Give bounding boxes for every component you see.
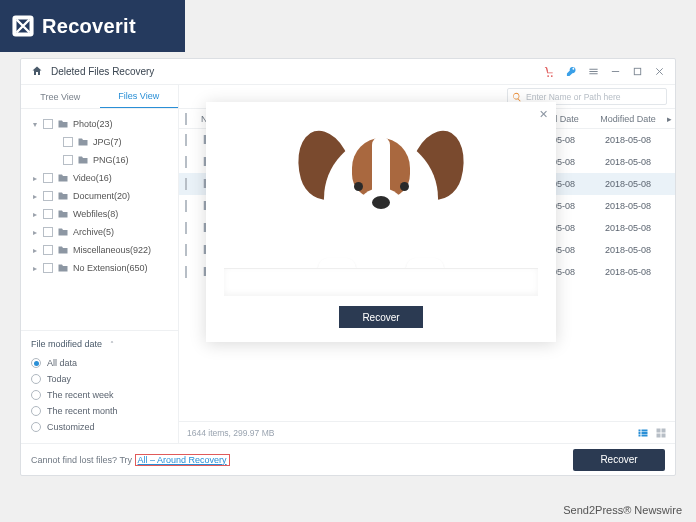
tree-checkbox[interactable] — [63, 137, 73, 147]
expand-icon[interactable]: ▾ — [31, 120, 39, 129]
file-modified: 2018-05-08 — [589, 267, 667, 277]
tree-checkbox[interactable] — [43, 191, 53, 201]
page-title: Deleted Files Recovery — [51, 66, 154, 77]
tree-item[interactable]: JPG(7) — [27, 133, 174, 151]
expand-icon[interactable]: ▸ — [31, 246, 39, 255]
sidebar: Tree View Files View ▾Photo(23)JPG(7)PNG… — [21, 85, 179, 443]
radio-icon[interactable] — [31, 374, 41, 384]
tree-checkbox[interactable] — [43, 119, 53, 129]
cart-icon[interactable] — [543, 66, 555, 78]
tree-item[interactable]: PNG(16) — [27, 151, 174, 169]
svg-rect-2 — [634, 68, 640, 74]
tree-item[interactable]: ▸No Extension(650) — [27, 259, 174, 277]
file-modified: 2018-05-08 — [589, 179, 667, 189]
select-all-checkbox[interactable] — [185, 113, 187, 125]
folder-icon — [77, 136, 89, 148]
view-grid-icon[interactable] — [655, 427, 667, 439]
folder-icon — [77, 154, 89, 166]
preview-recover-button[interactable]: Recover — [339, 306, 423, 328]
recover-button[interactable]: Recover — [573, 449, 665, 471]
all-around-recovery-link[interactable]: All – Around Recovery — [135, 454, 230, 466]
radio-icon[interactable] — [31, 390, 41, 400]
maximize-icon[interactable] — [631, 66, 643, 78]
radio-icon[interactable] — [31, 358, 41, 368]
close-icon[interactable] — [653, 66, 665, 78]
file-modified: 2018-05-08 — [589, 223, 667, 233]
expand-icon[interactable]: ▸ — [31, 192, 39, 201]
preview-close-icon[interactable]: ✕ — [539, 108, 548, 121]
tree-label: Webfiles(8) — [73, 209, 118, 219]
folder-icon — [57, 208, 69, 220]
footer: Cannot find lost files? Try All – Around… — [21, 443, 675, 475]
brand-name: Recoverit — [42, 15, 136, 38]
filter-label: Customized — [47, 422, 95, 432]
radio-icon[interactable] — [31, 406, 41, 416]
row-checkbox[interactable] — [185, 178, 187, 190]
col-modified[interactable]: Modified Date — [589, 114, 667, 124]
file-modified: 2018-05-08 — [589, 157, 667, 167]
filter-option[interactable]: The recent month — [31, 403, 168, 419]
row-checkbox[interactable] — [185, 266, 187, 278]
search-icon — [512, 92, 522, 102]
file-modified: 2018-05-08 — [589, 135, 667, 145]
chevron-up-icon[interactable]: ˄ — [108, 340, 116, 349]
tree-label: Video(16) — [73, 173, 112, 183]
home-icon[interactable] — [31, 65, 43, 79]
tree-checkbox[interactable] — [63, 155, 73, 165]
tree-checkbox[interactable] — [43, 173, 53, 183]
expand-icon[interactable]: ▸ — [31, 174, 39, 183]
tree-item[interactable]: ▸Archive(5) — [27, 223, 174, 241]
sort-icon[interactable]: ▸ — [667, 114, 675, 124]
tree-label: Document(20) — [73, 191, 130, 201]
folder-icon — [57, 118, 69, 130]
filter-label: Today — [47, 374, 71, 384]
search-input[interactable] — [526, 92, 662, 102]
tree-checkbox[interactable] — [43, 209, 53, 219]
menu-icon[interactable] — [587, 66, 599, 78]
folder-icon — [57, 262, 69, 274]
tab-tree-view[interactable]: Tree View — [21, 85, 100, 108]
tree-item[interactable]: ▸Document(20) — [27, 187, 174, 205]
brand-banner: Recoverit — [0, 0, 185, 52]
filter-option[interactable]: All data — [31, 355, 168, 371]
tree-label: Miscellaneous(922) — [73, 245, 151, 255]
row-checkbox[interactable] — [185, 134, 187, 146]
expand-icon[interactable]: ▸ — [31, 228, 39, 237]
folder-icon — [57, 190, 69, 202]
key-icon[interactable] — [565, 66, 577, 78]
filter-label: The recent week — [47, 390, 114, 400]
filter-title: File modified date — [31, 339, 102, 349]
filter-label: All data — [47, 358, 77, 368]
radio-icon[interactable] — [31, 422, 41, 432]
recoverit-logo-icon — [10, 13, 36, 39]
tree-item[interactable]: ▸Video(16) — [27, 169, 174, 187]
dog-illustration — [306, 126, 456, 286]
filter-option[interactable]: Customized — [31, 419, 168, 435]
tree-item[interactable]: ▸Webfiles(8) — [27, 205, 174, 223]
expand-icon[interactable]: ▸ — [31, 210, 39, 219]
filter-option[interactable]: The recent week — [31, 387, 168, 403]
view-list-icon[interactable] — [637, 427, 649, 439]
folder-icon — [57, 172, 69, 184]
tree-item[interactable]: ▸Miscellaneous(922) — [27, 241, 174, 259]
tree-item[interactable]: ▾Photo(23) — [27, 115, 174, 133]
tree-checkbox[interactable] — [43, 245, 53, 255]
tree-label: PNG(16) — [93, 155, 129, 165]
preview-dialog: ✕ Recover — [206, 102, 556, 342]
filter-option[interactable]: Today — [31, 371, 168, 387]
tab-files-view[interactable]: Files View — [100, 85, 179, 108]
row-checkbox[interactable] — [185, 200, 187, 212]
tree-label: Archive(5) — [73, 227, 114, 237]
expand-icon[interactable]: ▸ — [31, 264, 39, 273]
preview-image — [206, 102, 556, 296]
row-checkbox[interactable] — [185, 222, 187, 234]
tree-label: Photo(23) — [73, 119, 113, 129]
tree-checkbox[interactable] — [43, 263, 53, 273]
tree-checkbox[interactable] — [43, 227, 53, 237]
footer-hint: Cannot find lost files? Try All – Around… — [31, 455, 230, 465]
file-type-tree: ▾Photo(23)JPG(7)PNG(16)▸Video(16)▸Docume… — [21, 109, 178, 330]
row-checkbox[interactable] — [185, 156, 187, 168]
row-checkbox[interactable] — [185, 244, 187, 256]
minimize-icon[interactable] — [609, 66, 621, 78]
titlebar: Deleted Files Recovery — [21, 59, 675, 85]
